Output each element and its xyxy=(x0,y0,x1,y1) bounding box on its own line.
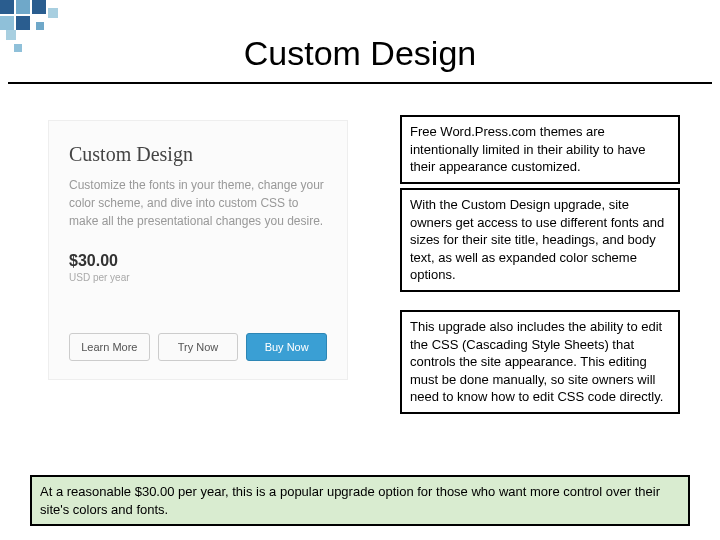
learn-more-button[interactable]: Learn More xyxy=(69,333,150,361)
price: $30.00 xyxy=(69,252,327,270)
info-box-3: This upgrade also includes the ability t… xyxy=(400,310,680,414)
product-card: Custom Design Customize the fonts in you… xyxy=(48,120,348,380)
card-description: Customize the fonts in your theme, chang… xyxy=(69,176,327,230)
slide-title: Custom Design xyxy=(0,34,720,73)
title-underline xyxy=(8,82,712,84)
info-box-2: With the Custom Design upgrade, site own… xyxy=(400,188,680,292)
button-row: Learn More Try Now Buy Now xyxy=(69,333,327,361)
footer-summary: At a reasonable $30.00 per year, this is… xyxy=(30,475,690,526)
info-box-1: Free Word.Press.com themes are intention… xyxy=(400,115,680,184)
buy-now-button[interactable]: Buy Now xyxy=(246,333,327,361)
card-heading: Custom Design xyxy=(69,143,327,166)
try-now-button[interactable]: Try Now xyxy=(158,333,239,361)
price-note: USD per year xyxy=(69,272,327,283)
